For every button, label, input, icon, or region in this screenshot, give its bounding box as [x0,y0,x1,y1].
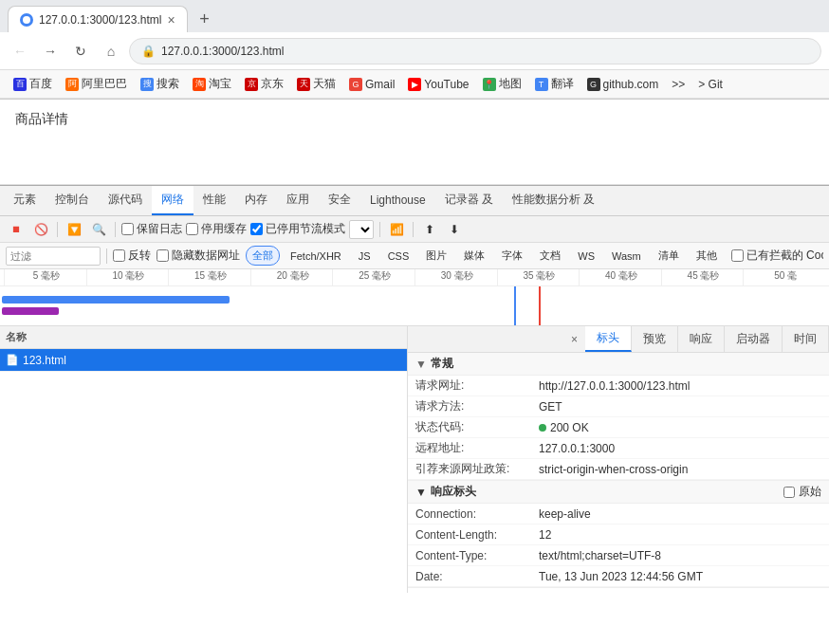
file-row-123html[interactable]: 📄 123.html [0,349,407,372]
chip-js[interactable]: JS [352,248,378,265]
tab-application[interactable]: 应用 [277,186,319,215]
timeline-label-20: 20 毫秒 [250,269,333,285]
details-tab-response[interactable]: 响应 [678,326,725,352]
general-section-header[interactable]: ▼ 常规 [408,353,829,376]
search-btn[interactable]: 🔍 [88,219,109,240]
tab-performance[interactable]: 性能 [193,186,235,215]
row-value-content-type: text/html;charset=UTF-8 [539,549,821,562]
status-dot-icon [539,424,546,432]
import-btn[interactable]: ⬆ [419,219,440,240]
hide-data-urls-checkbox[interactable]: 隐藏数据网址 [157,248,240,264]
chip-fetch-xhr[interactable]: Fetch/XHR [284,248,348,265]
chip-media[interactable]: 媒体 [457,246,491,266]
row-value-remote: 127.0.0.1:3000 [539,442,821,455]
tab-favicon [20,13,33,27]
raw-label: 原始 [799,484,821,500]
bookmark-baidu[interactable]: 百 百度 [8,73,58,95]
timeline-label-30: 30 毫秒 [414,269,497,285]
address-bar: ← → ↻ ⌂ 🔒 127.0.0.1:3000/123.html [0,32,829,70]
export-btn[interactable]: ⬇ [444,219,465,240]
tab-sources[interactable]: 源代码 [99,186,152,215]
offline-mode-checkbox[interactable]: 已停用节流模式 [250,221,345,237]
reverse-checkbox[interactable]: 反转 [113,248,151,264]
bookmark-jd[interactable]: 京 京东 [239,73,289,95]
bookmark-tianmao[interactable]: 天 天猫 [291,73,341,95]
timeline-labels: 5 毫秒 10 毫秒 15 毫秒 20 毫秒 25 毫秒 30 毫秒 35 毫秒… [0,269,829,286]
chip-other[interactable]: 其他 [690,246,724,266]
chip-doc[interactable]: 文档 [533,246,567,266]
clear-btn[interactable]: 🚫 [30,219,51,240]
tab-memory[interactable]: 内存 [235,186,277,215]
tab-network[interactable]: 网络 [152,186,193,215]
stop-recording-btn[interactable]: ⏹ [6,219,27,240]
active-tab[interactable]: 127.0.0.1:3000/123.html × [8,6,188,32]
filter-icon-btn[interactable]: 🔽 [64,219,84,240]
preserve-log-checkbox[interactable]: 保留日志 [121,221,182,237]
details-tab-initiator[interactable]: 启动器 [725,326,783,352]
throttle-select[interactable] [349,220,374,239]
file-list-header: 名称 [0,326,407,349]
general-arrow-icon: ▼ [415,358,427,371]
bookmark-taobao[interactable]: 淘 淘宝 [187,73,237,95]
details-panel: × 标头 预览 响应 启动器 时间 ▼ 常规 请求网址: http://127.… [408,326,829,593]
timeline-label-5: 5 毫秒 [4,269,86,285]
raw-checkbox[interactable] [783,487,795,498]
response-title-text: 响应标头 [431,484,476,500]
row-value-status: 200 OK [539,421,821,434]
blocked-cookies-checkbox[interactable]: 已有拦截的 Cook [731,248,823,264]
bookmark-git[interactable]: > Git [692,75,728,94]
response-raw-toggle[interactable]: 原始 [783,484,821,500]
reload-btn[interactable]: ↻ [68,39,93,64]
details-tabs: × 标头 预览 响应 启动器 时间 [408,326,829,353]
tab-close-btn[interactable]: × [167,12,175,28]
response-row-content-length: Content-Length: 12 [408,524,829,545]
tab-console[interactable]: 控制台 [46,186,99,215]
tab-perf-analysis[interactable]: 性能数据分析 及 [503,186,604,215]
tab-recorder[interactable]: 记录器 及 [435,186,503,215]
timeline-label-50: 50 毫 [743,269,825,285]
bookmark-favicon: ▶ [408,78,421,91]
chip-all[interactable]: 全部 [246,246,280,266]
tab-lighthouse[interactable]: Lighthouse [360,186,435,215]
timeline-label-45: 45 毫秒 [661,269,744,285]
bookmark-gmail[interactable]: G Gmail [343,75,400,94]
tab-elements[interactable]: 元素 [4,186,46,215]
timeline-line-blue [514,286,516,326]
bookmark-more[interactable]: >> [666,75,691,94]
address-input[interactable]: 🔒 127.0.0.1:3000/123.html [129,38,821,64]
bookmark-github[interactable]: G github.com [581,75,665,94]
chip-wasm[interactable]: Wasm [605,248,648,265]
row-key-status: 状态代码: [415,419,539,435]
details-tab-timing[interactable]: 时间 [783,326,829,352]
details-tab-preview[interactable]: 预览 [632,326,678,352]
response-header-title[interactable]: ▼ 响应标头 [415,484,476,500]
details-close-btn[interactable]: × [563,326,585,352]
address-text: 127.0.0.1:3000/123.html [161,45,284,58]
chip-manifest[interactable]: 清单 [652,246,686,266]
bookmark-search[interactable]: 搜 搜索 [135,73,185,95]
filter-input[interactable] [6,247,101,266]
forward-btn[interactable]: → [38,39,63,64]
wifi-icon-btn[interactable]: 📶 [386,219,407,240]
devtools: 元素 控制台 源代码 网络 性能 内存 应用 安全 Lighthouse 记录器… [0,185,829,593]
bookmark-youtube[interactable]: ▶ YouTube [402,75,474,94]
row-key-referrer: 引荐来源网址政策: [415,461,539,477]
disable-cache-checkbox[interactable]: 停用缓存 [186,221,247,237]
tab-security[interactable]: 安全 [319,186,360,215]
timeline-label-35: 35 毫秒 [497,269,580,285]
new-tab-btn[interactable]: + [192,6,218,32]
bookmark-maps[interactable]: 📍 地图 [477,73,527,95]
bookmark-alibaba[interactable]: 阿 阿里巴巴 [60,73,133,95]
bookmark-translate[interactable]: T 翻译 [529,73,580,95]
chip-font[interactable]: 字体 [495,246,529,266]
home-btn[interactable]: ⌂ [99,39,123,64]
filter-sep-1 [106,248,107,264]
chip-ws[interactable]: WS [571,248,601,265]
chip-css[interactable]: CSS [381,248,416,265]
chip-img[interactable]: 图片 [419,246,453,266]
back-btn[interactable]: ← [8,39,32,64]
general-row-remote: 远程地址: 127.0.0.1:3000 [408,438,829,459]
general-row-method: 请求方法: GET [408,396,829,417]
details-tab-headers[interactable]: 标头 [585,326,632,352]
toolbar-sep-1 [57,222,58,237]
